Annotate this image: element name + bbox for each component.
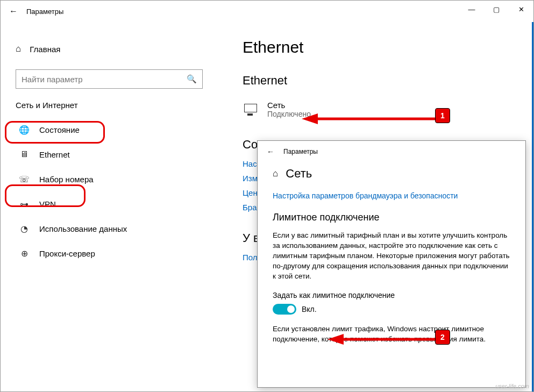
globe-icon: 🌐 [19, 125, 30, 135]
overlay-header: ⌂ Сеть [273, 167, 510, 181]
vpn-icon: ⊶ [19, 199, 30, 209]
metered-note: Если установлен лимит трафика, Windows н… [273, 324, 510, 345]
overlay-title: Параметры [283, 148, 318, 155]
sidebar-item-datausage[interactable]: ◔ Использование данных [16, 216, 206, 241]
firewall-link[interactable]: Настройка параметров брандмауэра и безоп… [273, 191, 510, 200]
sidebar-item-label: Ethernet [39, 150, 70, 159]
sidebar-item-dialup[interactable]: ☏ Набор номера [16, 167, 206, 191]
sidebar-section-label: Сеть и Интернет [16, 101, 206, 110]
dialup-icon: ☏ [19, 174, 30, 184]
sidebar-item-ethernet[interactable]: 🖥 Ethernet [16, 142, 206, 167]
sidebar-item-label: Использование данных [39, 224, 127, 233]
callout-1: 1 [435, 108, 450, 123]
data-icon: ◔ [19, 224, 30, 234]
search-icon: 🔍 [187, 74, 197, 84]
sidebar-home[interactable]: ⌂ Главная [16, 44, 206, 54]
metered-description: Если у вас лимитный тарифный план и вы х… [273, 231, 510, 281]
network-ethernet-icon [243, 104, 258, 116]
metered-toggle-state: Вкл. [302, 305, 317, 313]
watermark: user-life.com [495, 383, 529, 389]
sidebar-item-vpn[interactable]: ⊶ VPN [16, 191, 206, 216]
network-item[interactable]: Сеть Подключено [243, 101, 516, 118]
page-subheading: Ethernet [243, 74, 516, 88]
sidebar-nav: 🌐 Состояние 🖥 Ethernet ☏ Набор номера ⊶ … [16, 117, 206, 266]
close-button[interactable]: ✕ [509, 1, 533, 18]
sidebar: ⌂ Главная 🔍 Сеть и Интернет 🌐 Состояние … [1, 22, 221, 391]
page-heading: Ethernet [243, 38, 516, 56]
overlay-window: ← Параметры ⌂ Сеть Настройка параметров … [257, 140, 526, 388]
sidebar-item-label: VPN [39, 199, 56, 209]
sidebar-item-proxy[interactable]: ⊕ Прокси-сервер [16, 241, 206, 266]
minimize-button[interactable]: — [459, 1, 484, 18]
sidebar-item-status[interactable]: 🌐 Состояние [16, 117, 206, 142]
overlay-back-button[interactable]: ← [258, 147, 283, 156]
home-icon: ⌂ [273, 168, 278, 179]
metered-heading: Лимитное подключение [273, 212, 510, 223]
window-controls: — ▢ ✕ [459, 1, 533, 18]
overlay-titlebar: ← Параметры [258, 141, 525, 162]
sidebar-item-label: Прокси-сервер [39, 249, 95, 258]
ethernet-icon: 🖥 [19, 149, 30, 159]
window-titlebar: ← Параметры — ▢ ✕ [1, 1, 533, 22]
callout-2: 2 [435, 330, 450, 345]
back-button[interactable]: ← [1, 6, 26, 16]
metered-toggle-row: Вкл. [273, 304, 510, 315]
search-input[interactable] [22, 75, 187, 84]
sidebar-home-label: Главная [30, 45, 60, 54]
sidebar-item-label: Набор номера [39, 175, 94, 184]
overlay-page-title: Сеть [286, 167, 312, 181]
network-name: Сеть [267, 101, 311, 110]
home-icon: ⌂ [16, 44, 21, 54]
metered-toggle-label: Задать как лимитное подключение [273, 291, 510, 300]
window-title: Параметры [26, 8, 63, 16]
metered-toggle[interactable] [273, 304, 296, 315]
search-input-container[interactable]: 🔍 [16, 69, 203, 89]
network-status: Подключено [267, 110, 311, 118]
proxy-icon: ⊕ [19, 248, 30, 259]
maximize-button[interactable]: ▢ [484, 1, 509, 18]
sidebar-item-label: Состояние [39, 125, 80, 134]
